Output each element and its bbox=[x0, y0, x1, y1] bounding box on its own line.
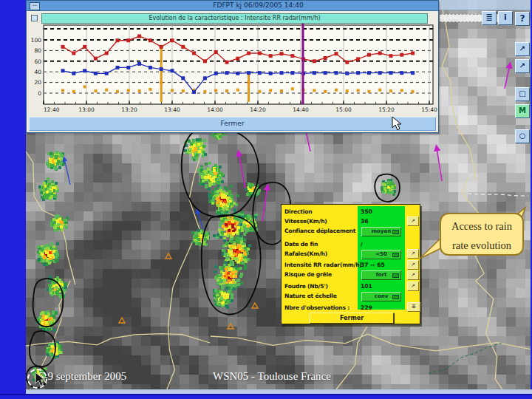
footer-date: 5-9 september 2005 bbox=[38, 370, 126, 383]
annotation-line2: rate evolution bbox=[452, 239, 511, 251]
annotation-bubble: Access to rain rate evolution bbox=[440, 213, 524, 256]
radar-app-screenshot: 10 FDFPT kj 06/09/2005 14:40 — 100806040… bbox=[26, 0, 531, 389]
bottom-line bbox=[0, 394, 532, 395]
annotation-line1: Access to rain bbox=[451, 220, 512, 232]
slide-background: 10 FDFPT kj 06/09/2005 14:40 — 100806040… bbox=[0, 0, 532, 399]
highlight-circle-icon bbox=[27, 369, 47, 389]
bubble-tail bbox=[26, 0, 531, 389]
footer-conference: WSN05 - Toulouse France bbox=[213, 370, 331, 383]
